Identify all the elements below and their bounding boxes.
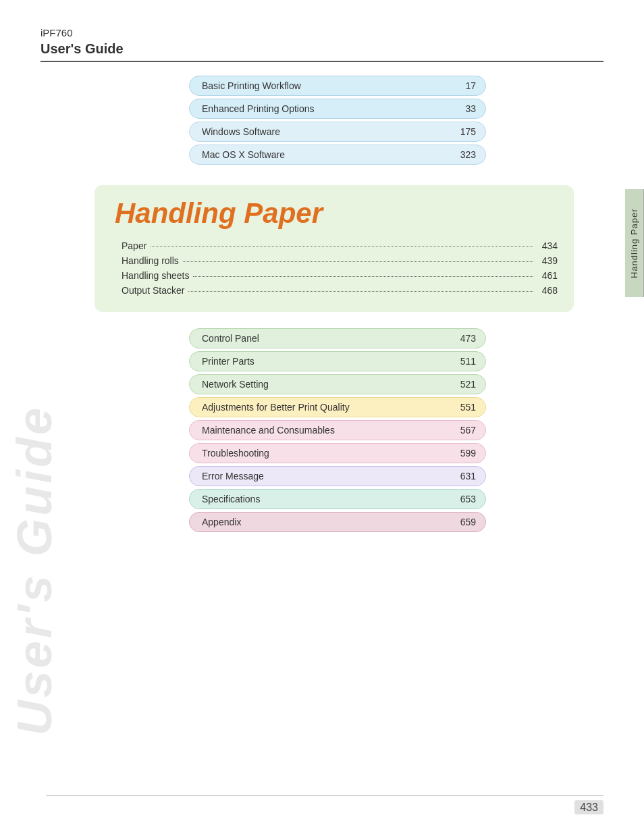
handling-paper-item: Handling sheets461 — [115, 270, 558, 281]
hp-item-label: Output Stacker — [122, 285, 184, 296]
toc-bottom-card[interactable]: Adjustments for Better Print Quality551 — [189, 397, 486, 417]
toc-card-label: Mac OS X Software — [202, 149, 456, 160]
page-footer: 433 — [46, 796, 603, 814]
doc-title-line: User's Guide — [41, 41, 603, 62]
hp-item-label: Handling rolls — [122, 255, 179, 266]
toc-card-num: 511 — [456, 356, 476, 367]
toc-card-label: Enhanced Printing Options — [202, 103, 456, 114]
toc-bottom-card[interactable]: Control Panel473 — [189, 328, 486, 348]
toc-card-num: 473 — [456, 333, 476, 344]
toc-top-section: Basic Printing Workflow17Enhanced Printi… — [189, 76, 486, 165]
toc-bottom-card[interactable]: Error Message631 — [189, 466, 486, 486]
toc-bottom-section: Control Panel473Printer Parts511Network … — [189, 328, 486, 532]
main-content: iPF760 User's Guide Basic Printing Workf… — [0, 0, 644, 559]
toc-top-card[interactable]: Enhanced Printing Options33 — [189, 99, 486, 119]
toc-card-label: Printer Parts — [202, 356, 456, 367]
toc-card-label: Control Panel — [202, 333, 456, 344]
page-number: 433 — [574, 800, 603, 814]
hp-item-num: 434 — [537, 240, 558, 251]
hp-dots — [183, 261, 533, 262]
toc-card-label: Appendix — [202, 517, 456, 527]
hp-item-label: Handling sheets — [122, 270, 189, 281]
toc-bottom-card[interactable]: Appendix659 — [189, 512, 486, 532]
side-tab: Handling Paper — [625, 189, 644, 297]
handling-paper-item: Output Stacker468 — [115, 285, 558, 296]
toc-top-card[interactable]: Mac OS X Software323 — [189, 145, 486, 165]
handling-paper-title: Handling Paper — [115, 197, 558, 230]
page-container: Handling Paper User's Guide iPF760 User'… — [0, 0, 644, 834]
toc-bottom-card[interactable]: Maintenance and Consumables567 — [189, 420, 486, 440]
toc-card-num: 567 — [456, 425, 476, 436]
handling-paper-item: Handling rolls439 — [115, 255, 558, 266]
doc-header: iPF760 User's Guide — [41, 27, 603, 62]
hp-item-label: Paper — [122, 240, 146, 251]
doc-model: iPF760 — [41, 27, 603, 38]
toc-bottom-card[interactable]: Printer Parts511 — [189, 351, 486, 371]
toc-card-num: 599 — [456, 448, 476, 459]
toc-top-card[interactable]: Basic Printing Workflow17 — [189, 76, 486, 96]
toc-card-label: Windows Software — [202, 126, 456, 137]
side-tab-label: Handling Paper — [629, 208, 639, 278]
handling-paper-items: Paper434Handling rolls439Handling sheets… — [115, 240, 558, 296]
toc-card-label: Specifications — [202, 494, 456, 504]
doc-title: User's Guide — [41, 41, 124, 56]
toc-card-label: Adjustments for Better Print Quality — [202, 402, 456, 413]
handling-paper-item: Paper434 — [115, 240, 558, 251]
toc-card-num: 323 — [456, 149, 476, 160]
toc-card-num: 659 — [456, 517, 476, 527]
toc-card-num: 653 — [456, 494, 476, 504]
hp-dots — [188, 291, 533, 292]
toc-card-num: 631 — [456, 471, 476, 481]
toc-bottom-card[interactable]: Network Setting521 — [189, 374, 486, 394]
toc-card-label: Error Message — [202, 471, 456, 481]
toc-bottom-card[interactable]: Specifications653 — [189, 489, 486, 509]
toc-card-label: Network Setting — [202, 379, 456, 390]
toc-card-num: 521 — [456, 379, 476, 390]
toc-card-label: Maintenance and Consumables — [202, 425, 456, 436]
toc-card-num: 175 — [456, 126, 476, 137]
toc-bottom-card[interactable]: Troubleshooting599 — [189, 443, 486, 463]
toc-card-num: 551 — [456, 402, 476, 413]
toc-card-num: 33 — [456, 103, 476, 114]
toc-card-label: Basic Printing Workflow — [202, 80, 456, 91]
hp-item-num: 439 — [537, 255, 558, 266]
handling-paper-section: Handling Paper Paper434Handling rolls439… — [95, 185, 574, 312]
hp-dots — [151, 246, 533, 247]
hp-dots — [193, 276, 533, 277]
hp-item-num: 468 — [537, 285, 558, 296]
toc-card-num: 17 — [456, 80, 476, 91]
toc-card-label: Troubleshooting — [202, 448, 456, 459]
hp-item-num: 461 — [537, 270, 558, 281]
toc-top-card[interactable]: Windows Software175 — [189, 122, 486, 142]
